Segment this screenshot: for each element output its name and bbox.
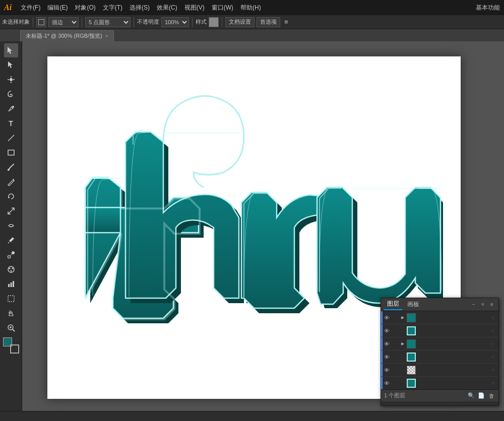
- doc-setup-button[interactable]: 文档设置: [225, 17, 255, 27]
- layer-thumb-5: [407, 366, 416, 375]
- artboards-tab[interactable]: 画板: [404, 299, 422, 310]
- panel-menu-btn[interactable]: ≡: [488, 301, 495, 308]
- new-layer-btn[interactable]: 📄: [477, 392, 485, 400]
- layer-row[interactable]: 👁 ○: [381, 377, 498, 389]
- rotate-tool-btn[interactable]: [4, 189, 18, 203]
- layers-tab[interactable]: 图层: [384, 299, 402, 310]
- layer-search-btn[interactable]: 🔍: [467, 392, 475, 400]
- style-box[interactable]: [209, 17, 219, 27]
- layer-visibility-5[interactable]: 👁: [383, 367, 390, 374]
- layer-row[interactable]: 👁 ▶ ○: [381, 311, 498, 324]
- svg-point-7: [12, 106, 14, 108]
- brush-tool-btn[interactable]: [4, 160, 18, 174]
- layer-row[interactable]: 👁 ○: [381, 350, 498, 364]
- pen-tool-btn[interactable]: [4, 102, 18, 116]
- ai-logo: Ai: [4, 3, 12, 12]
- toolbar-sep-4: [192, 17, 193, 27]
- opacity-label: 不透明度: [137, 18, 159, 26]
- delete-layer-btn[interactable]: 🗑: [487, 392, 495, 400]
- layer-lock-1[interactable]: ○: [489, 314, 496, 321]
- layer-lock-6[interactable]: ○: [489, 380, 496, 387]
- menu-object[interactable]: 对象(O): [72, 3, 98, 13]
- stroke-box[interactable]: [10, 344, 19, 354]
- rect-tool-btn[interactable]: [4, 146, 18, 160]
- menu-window[interactable]: 窗口(W): [209, 3, 236, 13]
- toolbar: 未选择对象 描边 5 点圆形 不透明度 100% 样式 文档设置 首选项 ≡: [0, 15, 504, 29]
- layer-lock-4[interactable]: ○: [489, 354, 496, 361]
- stroke-type-select[interactable]: 描边: [48, 17, 79, 27]
- menu-help[interactable]: 帮助(H): [237, 3, 264, 13]
- preferences-button[interactable]: 首选项: [257, 17, 280, 27]
- layer-row[interactable]: 👁 ▶ ○: [381, 337, 498, 350]
- layer-lock-5[interactable]: ○: [489, 367, 496, 374]
- svg-point-19: [9, 268, 10, 269]
- layer-expand-1[interactable]: ▶: [400, 315, 405, 320]
- title-bar-left: Ai 文件(F) 编辑(E) 对象(O) 文字(T) 选择(S) 效果(C) 视…: [4, 3, 264, 13]
- warp-tool-btn[interactable]: [4, 219, 18, 233]
- style-label: 样式: [196, 18, 207, 26]
- layer-lock-3[interactable]: ○: [489, 340, 496, 347]
- menu-select[interactable]: 选择(S): [127, 3, 153, 13]
- brush-select[interactable]: 5 点圆形: [85, 17, 131, 27]
- layer-visibility-6[interactable]: 👁: [383, 380, 390, 387]
- layers-footer-icons: 🔍 📄 🗑: [467, 392, 495, 400]
- type-tool-btn[interactable]: T: [4, 116, 18, 130]
- layer-visibility-3[interactable]: 👁: [383, 340, 390, 347]
- layer-visibility-2[interactable]: 👁: [383, 327, 390, 334]
- svg-line-13: [8, 208, 14, 214]
- select-tool-btn[interactable]: [4, 43, 18, 57]
- main-area: T: [0, 41, 504, 421]
- artboard-btn[interactable]: [4, 292, 18, 306]
- layer-expand-4[interactable]: [400, 355, 405, 360]
- layer-visibility-4[interactable]: 👁: [383, 354, 390, 361]
- stroke-color-box[interactable]: [36, 17, 46, 27]
- menu-effect[interactable]: 效果(C): [154, 3, 180, 13]
- blend-tool-btn[interactable]: [4, 248, 18, 262]
- svg-rect-23: [10, 283, 12, 287]
- layer-expand-6[interactable]: [400, 381, 405, 386]
- symbol-btn[interactable]: [4, 262, 18, 276]
- layer-row[interactable]: 👁 ○: [381, 364, 498, 377]
- lasso-btn[interactable]: [4, 87, 18, 101]
- layer-thumb-3: [407, 339, 416, 348]
- graph-btn[interactable]: [4, 277, 18, 291]
- menu-edit[interactable]: 编辑(E): [44, 3, 71, 13]
- layer-row[interactable]: 👁 ○: [381, 324, 498, 337]
- opacity-select[interactable]: 100%: [161, 17, 189, 27]
- magic-wand-btn[interactable]: [4, 73, 18, 87]
- svg-point-20: [12, 268, 13, 269]
- toolbar-sep-2: [82, 17, 82, 27]
- layer-thumb-4: [407, 353, 416, 362]
- menu-file[interactable]: 文件(F): [18, 3, 43, 13]
- panel-minimize-btn[interactable]: −: [470, 301, 477, 308]
- toolbar-sep-3: [134, 17, 134, 27]
- menu-type[interactable]: 文字(T): [100, 3, 125, 13]
- layer-lock-2[interactable]: ○: [489, 327, 496, 334]
- layer-visibility-1[interactable]: 👁: [383, 314, 390, 321]
- fill-stroke-box[interactable]: [3, 337, 19, 354]
- line-tool-btn[interactable]: [4, 131, 18, 145]
- eyedropper-btn[interactable]: [4, 233, 18, 247]
- direct-select-btn[interactable]: [4, 58, 18, 72]
- pencil-tool-btn[interactable]: [4, 175, 18, 189]
- svg-line-14: [8, 242, 9, 243]
- layer-expand-2[interactable]: [400, 328, 405, 333]
- scale-tool-btn[interactable]: [4, 204, 18, 218]
- layer-expand-3[interactable]: ▶: [400, 341, 405, 346]
- layer-expand-5[interactable]: [400, 368, 405, 373]
- canvas-area[interactable]: 图层 画板 − × ≡ 👁 ▶ ○: [22, 41, 504, 421]
- document-tab[interactable]: 未标题-1* @ 300% (RGB/预览) ×: [20, 30, 114, 41]
- svg-point-10: [8, 169, 10, 171]
- hand-btn[interactable]: [4, 306, 18, 320]
- toolbar-sep-5: [222, 17, 222, 27]
- svg-line-11: [13, 179, 14, 181]
- menu-view[interactable]: 视图(V): [181, 3, 208, 13]
- zoom-btn[interactable]: [4, 321, 18, 335]
- tab-close-btn[interactable]: ×: [105, 33, 108, 39]
- no-selection-label: 未选择对象: [2, 18, 30, 26]
- toolbar-menu-icon[interactable]: ≡: [284, 18, 288, 26]
- layers-count: 1 个图层: [384, 392, 405, 399]
- layers-panel: 图层 画板 − × ≡ 👁 ▶ ○: [381, 298, 499, 406]
- svg-point-21: [10, 270, 12, 272]
- panel-close-btn[interactable]: ×: [479, 301, 486, 308]
